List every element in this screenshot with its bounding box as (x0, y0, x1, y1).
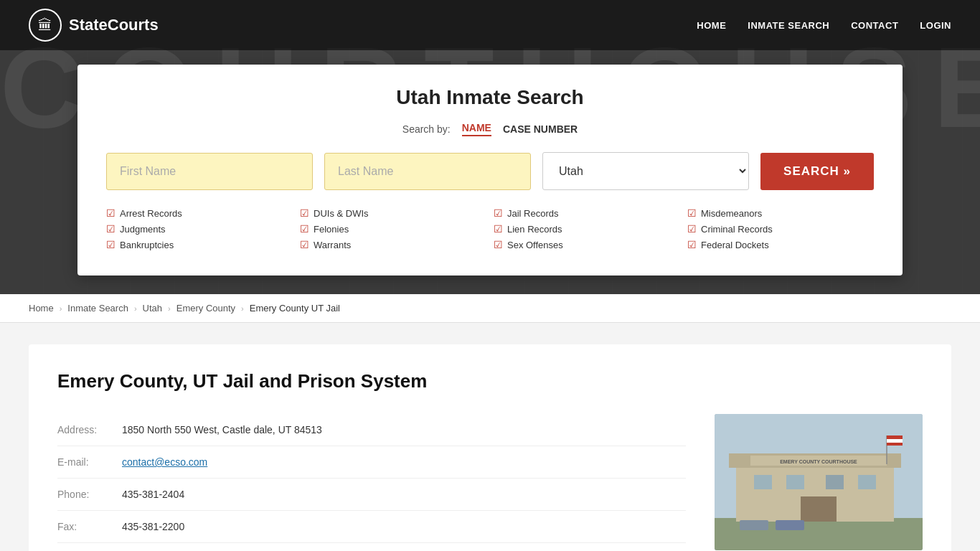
website-row: Website: http://ecso.com/ (57, 543, 686, 551)
checkbox-icon: ☑ (687, 223, 697, 235)
checkbox-icon: ☑ (494, 207, 503, 219)
check-label: Arrest Records (120, 208, 182, 219)
fax-value: 435-381-2200 (122, 521, 184, 532)
check-item: ☑ Lien Records (494, 223, 680, 235)
svg-rect-17 (776, 520, 804, 530)
check-label: Bankruptcies (120, 240, 174, 250)
search-title: Utah Inmate Search (106, 86, 874, 109)
state-select[interactable]: Utah Alabama Alaska Arizona California C… (542, 152, 749, 190)
breadcrumb-sep-3: › (168, 304, 171, 313)
check-label: Criminal Records (701, 224, 773, 235)
breadcrumb-sep-4: › (241, 304, 244, 313)
checkbox-icon: ☑ (106, 207, 116, 219)
checkbox-icon: ☑ (106, 239, 116, 250)
breadcrumb-home[interactable]: Home (29, 303, 54, 314)
check-item: ☑ Sex Offenses (494, 239, 680, 250)
facility-title: Emery County, UT Jail and Prison System (57, 370, 923, 392)
phone-row: Phone: 435-381-2404 (57, 479, 686, 511)
check-label: Jail Records (507, 208, 559, 219)
svg-text:EMERY COUNTY COURTHOUSE: EMERY COUNTY COURTHOUSE (780, 459, 857, 464)
check-label: DUIs & DWIs (314, 208, 369, 219)
logo[interactable]: 🏛 StateCourts (29, 9, 159, 42)
breadcrumb-current: Emery County UT Jail (250, 303, 340, 314)
check-item: ☑ Arrest Records (106, 207, 293, 219)
check-label: Judgments (120, 224, 166, 235)
svg-rect-13 (887, 435, 903, 439)
check-item: ☑ Warrants (300, 239, 486, 250)
svg-rect-16 (740, 520, 768, 530)
search-card: Utah Inmate Search Search by: NAME CASE … (77, 65, 903, 276)
logo-icon: 🏛 (29, 9, 62, 42)
svg-rect-5 (786, 475, 804, 489)
check-label: Lien Records (507, 224, 562, 235)
breadcrumb-inmate-search[interactable]: Inmate Search (67, 303, 128, 314)
checkbox-icon: ☑ (300, 223, 309, 235)
svg-rect-6 (826, 475, 844, 489)
checkbox-icon: ☑ (687, 239, 697, 250)
svg-rect-8 (801, 496, 837, 522)
check-label: Sex Offenses (507, 240, 563, 250)
fax-row: Fax: 435-381-2200 (57, 511, 686, 543)
navbar: 🏛 StateCourts HOME INMATE SEARCH CONTACT… (0, 0, 980, 50)
fax-label: Fax: (57, 521, 122, 532)
check-item: ☑ Federal Dockets (687, 239, 874, 250)
checkbox-icon: ☑ (300, 239, 309, 250)
nav-login[interactable]: LOGIN (920, 20, 951, 31)
facility-body: Address: 1850 North 550 West, Castle dal… (57, 414, 923, 551)
search-by-label: Search by: (402, 123, 451, 135)
check-item: ☑ Jail Records (494, 207, 680, 219)
check-item: ☑ Bankruptcies (106, 239, 293, 250)
main-content: Emery County, UT Jail and Prison System … (0, 323, 980, 551)
search-button[interactable]: SEARCH » (760, 153, 874, 190)
checkbox-icon: ☑ (494, 223, 503, 235)
checkbox-icon: ☑ (106, 223, 116, 235)
nav-inmate-search[interactable]: INMATE SEARCH (748, 20, 829, 31)
nav-contact[interactable]: CONTACT (851, 20, 898, 31)
address-value: 1850 North 550 West, Castle dale, UT 845… (122, 424, 322, 435)
checkbox-icon: ☑ (687, 207, 697, 219)
search-inputs-row: Utah Alabama Alaska Arizona California C… (106, 152, 874, 190)
svg-rect-7 (858, 475, 876, 489)
check-item: ☑ DUIs & DWIs (300, 207, 486, 219)
nav-links: HOME INMATE SEARCH CONTACT LOGIN (697, 20, 951, 31)
checks-grid: ☑ Arrest Records☑ DUIs & DWIs☑ Jail Reco… (106, 207, 874, 250)
address-row: Address: 1850 North 550 West, Castle dal… (57, 414, 686, 446)
search-by-row: Search by: NAME CASE NUMBER (106, 122, 874, 136)
checkbox-icon: ☑ (300, 207, 309, 219)
breadcrumb-utah[interactable]: Utah (143, 303, 162, 314)
check-item: ☑ Judgments (106, 223, 293, 235)
tab-case-number[interactable]: CASE NUMBER (503, 123, 578, 135)
check-label: Federal Dockets (701, 240, 769, 250)
logo-text: StateCourts (69, 16, 159, 34)
check-item: ☑ Felonies (300, 223, 486, 235)
last-name-input[interactable] (324, 153, 531, 190)
check-item: ☑ Criminal Records (687, 223, 874, 235)
email-row: E-mail: contact@ecso.com (57, 446, 686, 479)
checkbox-icon: ☑ (494, 239, 503, 250)
content-card: Emery County, UT Jail and Prison System … (29, 344, 951, 551)
email-label: E-mail: (57, 456, 122, 468)
tab-name[interactable]: NAME (462, 122, 491, 136)
svg-rect-15 (887, 443, 903, 446)
phone-label: Phone: (57, 489, 122, 500)
check-label: Warrants (314, 240, 351, 250)
check-label: Felonies (314, 224, 349, 235)
check-label: Misdemeanors (701, 208, 762, 219)
facility-info: Address: 1850 North 550 West, Castle dal… (57, 414, 686, 551)
check-item: ☑ Misdemeanors (687, 207, 874, 219)
svg-rect-14 (887, 439, 903, 443)
breadcrumb: Home › Inmate Search › Utah › Emery Coun… (0, 294, 980, 323)
first-name-input[interactable] (106, 153, 313, 190)
breadcrumb-sep-2: › (134, 304, 137, 313)
breadcrumb-sep-1: › (60, 304, 62, 313)
phone-value: 435-381-2404 (122, 489, 184, 500)
email-link[interactable]: contact@ecso.com (122, 456, 207, 468)
facility-image: EMERY COUNTY COURTHOUSE (715, 414, 923, 550)
nav-home[interactable]: HOME (697, 20, 726, 31)
breadcrumb-emery-county[interactable]: Emery County (176, 303, 235, 314)
address-label: Address: (57, 424, 122, 435)
svg-rect-4 (754, 475, 772, 489)
